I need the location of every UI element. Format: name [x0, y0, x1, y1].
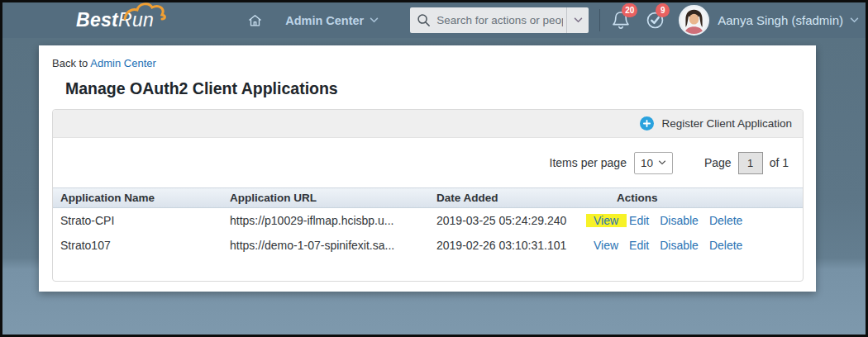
- cell-application-name: Strato-CPI: [53, 214, 222, 227]
- pagination-bar: Items per page 10 Page of 1: [53, 138, 803, 187]
- content-card: Back toAdmin Center Manage OAuth2 Client…: [39, 45, 816, 292]
- header-divider: [599, 9, 600, 31]
- register-client-application-label: Register Client Application: [661, 117, 792, 130]
- disable-link[interactable]: Disable: [660, 239, 699, 252]
- edit-link[interactable]: Edit: [629, 239, 649, 252]
- page-number-input[interactable]: [738, 152, 763, 174]
- table-row: Strato107 https://demo-1-07-spinifexit.s…: [53, 233, 803, 258]
- view-link[interactable]: View: [594, 239, 618, 252]
- page-of-label: of 1: [770, 156, 789, 169]
- column-header-date-added: Date Added: [429, 192, 586, 204]
- panel-toolbar: Register Client Application: [53, 110, 803, 138]
- cell-date-added: 2019-03-25 05:24:29.240: [429, 214, 586, 227]
- column-header-application-url: Application URL: [222, 192, 429, 204]
- notifications-badge: 20: [622, 3, 637, 17]
- nav-admin-center-label: Admin Center: [285, 14, 364, 27]
- delete-link[interactable]: Delete: [709, 214, 742, 227]
- search-input[interactable]: [431, 14, 566, 26]
- notifications-button[interactable]: 20: [611, 10, 631, 31]
- cell-date-added: 2019-02-26 03:10:31.101: [429, 239, 586, 252]
- table-empty-space: [53, 258, 803, 281]
- add-icon: [640, 116, 654, 131]
- table-row: Strato-CPI https://p10029-iflmap.hcisbp.…: [53, 208, 803, 233]
- bestrun-logo[interactable]: BestRun: [76, 9, 154, 31]
- disable-link[interactable]: Disable: [660, 214, 699, 227]
- logo-text-best: Best: [76, 9, 118, 31]
- todo-button[interactable]: 9: [645, 10, 665, 31]
- nav-admin-center[interactable]: Admin Center: [285, 14, 379, 27]
- cell-actions: View Edit Disable Delete: [586, 214, 803, 227]
- breadcrumb: Back toAdmin Center: [52, 57, 804, 69]
- cell-application-url: https://p10029-iflmap.hcisbp.u...: [222, 214, 429, 227]
- delete-link[interactable]: Delete: [709, 239, 742, 252]
- search-icon: [417, 13, 431, 27]
- column-header-application-name: Application Name: [53, 192, 222, 204]
- global-search: [410, 7, 589, 33]
- avatar[interactable]: [679, 5, 709, 36]
- logo-cloud-icon: [122, 1, 168, 21]
- page-title: Manage OAuth2 Client Applications: [65, 79, 804, 98]
- home-icon[interactable]: [246, 12, 264, 29]
- edit-link[interactable]: Edit: [629, 214, 649, 227]
- items-per-page-select[interactable]: 10: [634, 152, 673, 174]
- search-scope-dropdown[interactable]: [566, 7, 589, 33]
- oauth-clients-panel: Register Client Application Items per pa…: [52, 109, 804, 282]
- table-header-row: Application Name Application URL Date Ad…: [53, 187, 803, 208]
- view-link[interactable]: View: [586, 214, 627, 227]
- items-per-page-label: Items per page: [550, 156, 627, 169]
- breadcrumb-prefix: Back to: [52, 57, 88, 69]
- items-per-page-value: 10: [641, 157, 653, 169]
- cell-application-name: Strato107: [53, 239, 222, 252]
- cell-application-url: https://demo-1-07-spinifexit.sa...: [222, 239, 429, 252]
- chevron-down-icon: [850, 17, 859, 23]
- todo-badge: 9: [656, 3, 670, 17]
- cell-actions: View Edit Disable Delete: [586, 239, 803, 252]
- breadcrumb-admin-center-link[interactable]: Admin Center: [90, 57, 155, 69]
- top-header-bar: BestRun Admin Center: [2, 2, 866, 38]
- page-label: Page: [704, 156, 732, 169]
- chevron-down-icon: [658, 160, 666, 165]
- chevron-down-icon: [574, 17, 583, 23]
- chevron-down-icon: [370, 17, 379, 23]
- column-header-actions: Actions: [586, 192, 803, 204]
- user-menu-name[interactable]: Aanya Singh (sfadmin): [718, 13, 843, 27]
- user-menu-chevron[interactable]: [850, 17, 859, 23]
- register-client-application-button[interactable]: Register Client Application: [640, 116, 792, 131]
